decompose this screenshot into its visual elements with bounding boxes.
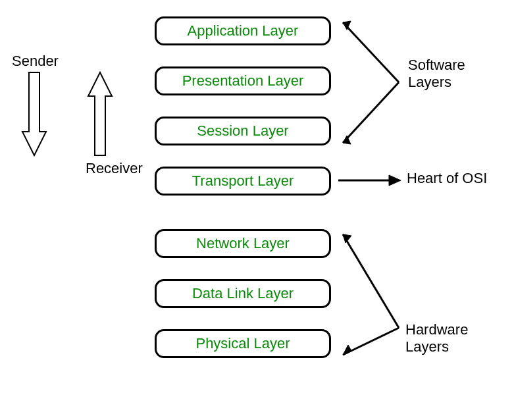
layer-application: Application Layer — [155, 16, 331, 45]
layer-presentation: Presentation Layer — [155, 66, 331, 95]
hardware-layers-line1: Hardware — [405, 321, 468, 338]
layer-label: Network Layer — [196, 235, 290, 252]
layer-label: Application Layer — [188, 22, 299, 39]
layer-datalink: Data Link Layer — [155, 279, 331, 308]
receiver-label: Receiver — [86, 160, 143, 177]
software-layers-label: Software Layers — [408, 57, 465, 92]
layer-label: Data Link Layer — [192, 285, 294, 302]
layer-transport: Transport Layer — [155, 167, 331, 196]
heart-of-osi-label: Heart of OSI — [407, 170, 487, 187]
sender-label: Sender — [12, 53, 59, 70]
arrow-down-icon — [21, 71, 47, 157]
arrow-right-icon — [336, 171, 402, 190]
osi-diagram: Application Layer Presentation Layer Ses… — [0, 0, 514, 420]
layer-label: Transport Layer — [192, 172, 294, 190]
svg-line-6 — [343, 234, 399, 328]
software-layers-line1: Software — [408, 57, 465, 73]
bracket-hardware-icon — [336, 230, 402, 359]
layer-label: Session Layer — [197, 122, 288, 140]
svg-line-0 — [343, 22, 399, 82]
svg-line-2 — [343, 82, 399, 143]
bracket-software-icon — [336, 18, 402, 147]
layer-physical: Physical Layer — [155, 329, 331, 358]
layer-label: Presentation Layer — [182, 72, 304, 90]
hardware-layers-line2: Layers — [405, 338, 449, 355]
hardware-layers-label: Hardware Layers — [405, 321, 468, 356]
layer-network: Network Layer — [155, 229, 331, 258]
svg-marker-5 — [389, 175, 401, 186]
layer-session: Session Layer — [155, 117, 331, 145]
arrow-up-icon — [87, 71, 113, 157]
software-layers-line2: Layers — [408, 74, 451, 90]
layer-label: Physical Layer — [195, 335, 290, 352]
